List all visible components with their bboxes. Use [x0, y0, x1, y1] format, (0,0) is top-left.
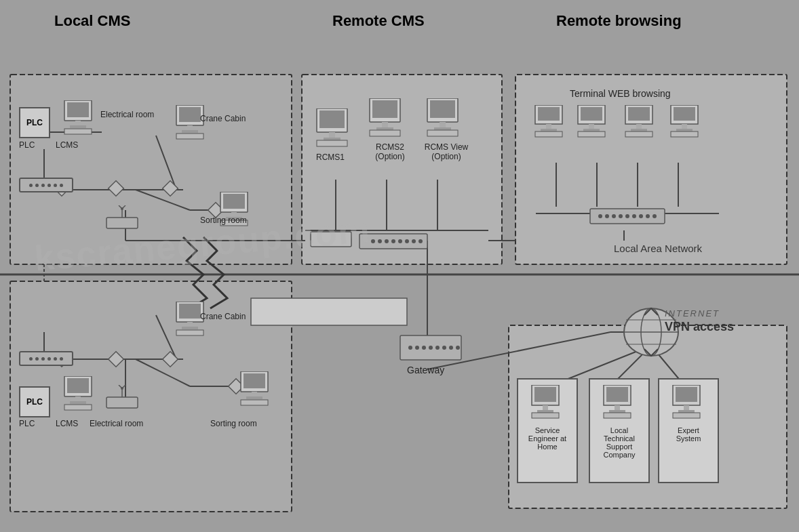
remote-cms-title: Remote CMS: [332, 12, 425, 30]
rcms1-label: RCMS1: [316, 152, 345, 162]
expert-system-label: Expert System: [665, 426, 712, 443]
local-technical-support-box: LocalTechnicalSupportCompany: [589, 378, 650, 483]
svg-line-17: [136, 359, 190, 386]
svg-rect-149: [631, 129, 647, 131]
svg-rect-118: [252, 392, 257, 396]
svg-rect-120: [241, 400, 268, 405]
electrical-room-label-top: Electrical room: [100, 110, 154, 119]
crane-cabin-computer-top: [173, 105, 207, 145]
electrical-room-label-bottom: Electrical room: [90, 419, 143, 428]
service-engineer-box: Service Engineer at Home: [517, 378, 578, 483]
svg-line-10: [136, 190, 190, 210]
svg-rect-83: [75, 121, 81, 125]
svg-rect-105: [64, 405, 92, 410]
svg-rect-125: [317, 140, 347, 146]
sorting-room-label-bottom: Sorting room: [210, 419, 257, 428]
svg-rect-168: [684, 405, 689, 410]
svg-rect-46: [311, 232, 351, 247]
svg-rect-90: [176, 134, 203, 139]
svg-rect-148: [636, 124, 642, 129]
svg-rect-114: [182, 327, 198, 329]
svg-point-68: [415, 346, 419, 350]
crane-cabin-computer-bottom: [173, 302, 207, 342]
svg-point-60: [619, 214, 623, 218]
plc-label-top: PLC: [19, 140, 35, 150]
svg-point-55: [418, 239, 423, 243]
svg-point-61: [625, 214, 629, 218]
svg-rect-155: [671, 131, 698, 137]
svg-rect-112: [179, 304, 201, 319]
svg-point-58: [605, 214, 609, 218]
svg-rect-159: [537, 410, 553, 413]
svg-rect-42: [109, 352, 124, 367]
svg-rect-143: [589, 124, 594, 129]
svg-point-62: [632, 214, 636, 218]
svg-rect-157: [534, 387, 556, 402]
svg-point-63: [639, 214, 643, 218]
svg-rect-132: [430, 100, 455, 118]
crane-cabin-label-top: Crane Cabin: [200, 114, 246, 123]
svg-rect-106: [106, 397, 138, 408]
local-cms-title: Local CMS: [54, 12, 130, 30]
svg-point-73: [449, 346, 453, 350]
svg-rect-103: [75, 396, 81, 401]
terminal-computer-1: [532, 105, 565, 143]
svg-point-95: [121, 207, 123, 210]
svg-line-27: [427, 332, 610, 369]
network-switch-top-local: [19, 178, 73, 192]
svg-point-52: [398, 239, 402, 243]
svg-rect-4: [515, 75, 787, 264]
svg-point-65: [652, 214, 657, 218]
svg-rect-145: [578, 131, 605, 137]
rcms1-computer: [313, 108, 351, 152]
plc-box-bottom: PLC: [19, 386, 50, 417]
internet-label: INTERNET: [665, 308, 720, 319]
svg-rect-122: [319, 110, 345, 128]
svg-rect-150: [625, 131, 652, 137]
svg-rect-47: [359, 234, 427, 249]
svg-rect-1: [10, 75, 292, 264]
svg-rect-89: [182, 130, 198, 133]
terminal-computer-2: [575, 105, 608, 143]
rcms-view-label: RCMS View(Option): [419, 142, 473, 161]
lcms-label-top: LCMS: [56, 140, 78, 150]
gateway-label: Gateway: [407, 365, 444, 375]
network-switch-bottom-local: [19, 351, 73, 366]
terminal-computer-3: [623, 105, 655, 143]
svg-rect-170: [673, 413, 700, 418]
terminal-computer-4: [668, 105, 701, 143]
svg-rect-167: [676, 387, 697, 402]
expert-system-box: Expert System: [658, 378, 719, 483]
svg-rect-158: [543, 405, 548, 410]
svg-point-72: [442, 346, 446, 350]
plc-box-top: PLC: [19, 107, 50, 138]
svg-rect-43: [163, 352, 178, 367]
svg-point-110: [121, 387, 123, 390]
service-engineer-label: Service Engineer at Home: [524, 426, 571, 451]
svg-rect-138: [546, 124, 551, 129]
svg-rect-75: [251, 298, 407, 325]
svg-rect-127: [372, 100, 397, 118]
svg-rect-119: [246, 396, 262, 399]
svg-rect-129: [376, 127, 393, 130]
svg-rect-165: [604, 413, 631, 418]
svg-rect-164: [609, 410, 625, 413]
svg-rect-135: [427, 130, 458, 136]
svg-point-77: [641, 308, 661, 356]
svg-rect-104: [70, 401, 86, 404]
svg-point-50: [385, 239, 389, 243]
lcms-computer-top: [61, 100, 95, 140]
svg-rect-130: [370, 130, 400, 136]
svg-point-59: [612, 214, 616, 218]
svg-point-54: [412, 239, 416, 243]
svg-rect-133: [440, 122, 446, 127]
svg-rect-144: [583, 129, 600, 131]
svg-point-57: [598, 214, 602, 218]
lcms-label-bottom: LCMS: [56, 419, 78, 428]
svg-rect-97: [223, 194, 245, 209]
svg-rect-128: [382, 122, 388, 127]
svg-point-51: [391, 239, 395, 243]
svg-rect-88: [187, 125, 193, 130]
sorting-room-label-top: Sorting room: [200, 216, 247, 225]
crane-cabin-label-bottom: Crane Cabin: [200, 312, 246, 321]
